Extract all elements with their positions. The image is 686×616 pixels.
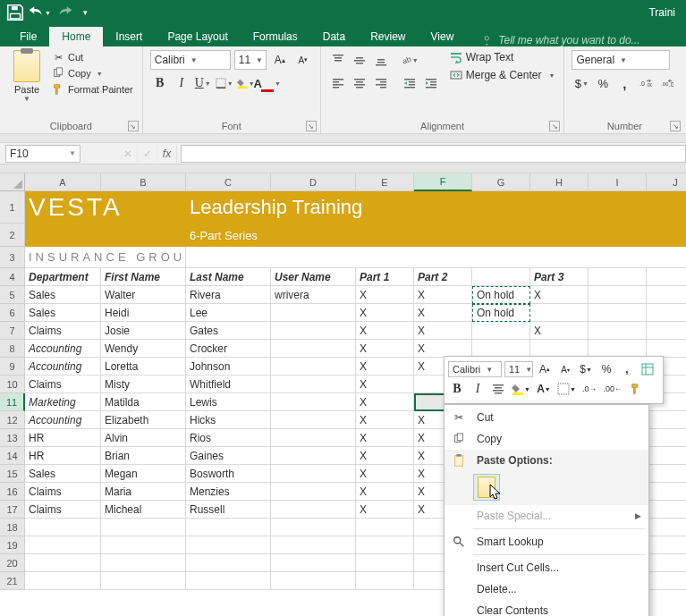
align-center-icon[interactable] <box>350 73 369 93</box>
cell[interactable] <box>530 304 589 322</box>
cell[interactable]: Maria <box>101 483 186 501</box>
row-header[interactable]: 19 <box>0 536 25 554</box>
cell[interactable] <box>271 340 356 358</box>
col-header[interactable]: D <box>271 173 356 191</box>
col-header[interactable]: G <box>472 173 530 191</box>
cell[interactable] <box>647 554 686 572</box>
cell[interactable] <box>356 536 414 554</box>
align-middle-icon[interactable] <box>350 50 369 70</box>
tab-page-layout[interactable]: Page Layout <box>155 27 240 46</box>
cell[interactable] <box>186 572 271 590</box>
merge-center-button[interactable]: Merge & Center ▼ <box>448 68 557 82</box>
cell[interactable]: Rivera <box>186 286 271 304</box>
cell[interactable] <box>589 304 647 322</box>
cell[interactable]: X <box>356 358 414 376</box>
cm-paste-special[interactable]: Paste Special... ▶ <box>445 505 648 527</box>
cell[interactable]: X <box>356 465 414 483</box>
cell[interactable]: HR <box>25 429 101 447</box>
cell[interactable]: X <box>356 483 414 501</box>
cell[interactable] <box>647 286 686 304</box>
col-header[interactable]: I <box>589 173 647 191</box>
qat-customize-icon[interactable]: ▾ <box>76 3 96 22</box>
enter-formula-icon[interactable]: ✓ <box>138 145 157 163</box>
cell[interactable]: Sales <box>25 304 101 322</box>
cell[interactable] <box>101 519 186 536</box>
save-icon[interactable] <box>5 3 25 22</box>
col-header[interactable]: B <box>101 173 186 191</box>
decrease-decimal-icon[interactable]: .00.0 <box>657 73 677 93</box>
cell[interactable] <box>647 429 686 447</box>
mini-dec-decimal-icon[interactable]: .00← <box>601 380 624 398</box>
cell[interactable]: X <box>356 429 414 447</box>
cell[interactable] <box>647 519 686 536</box>
col-header[interactable]: A <box>25 173 101 191</box>
mini-format-painter-icon[interactable] <box>627 380 645 398</box>
cell[interactable]: X <box>356 501 414 519</box>
cell[interactable] <box>271 554 356 572</box>
cell[interactable]: Russell <box>186 501 271 519</box>
row-header[interactable]: 17 <box>0 501 25 519</box>
cell[interactable] <box>356 554 414 572</box>
cell[interactable] <box>271 304 356 322</box>
cell[interactable]: 6-Part Series <box>186 224 686 247</box>
mini-size-combo[interactable]: 11▼ <box>504 361 533 377</box>
cell[interactable]: Josie <box>101 322 186 340</box>
cell[interactable] <box>472 268 530 286</box>
cell[interactable]: X <box>414 304 472 322</box>
dialog-launcher-icon[interactable]: ↘ <box>670 121 681 131</box>
cell[interactable] <box>271 411 356 429</box>
formula-input[interactable] <box>181 145 686 163</box>
row-header[interactable]: 5 <box>0 286 25 304</box>
cell[interactable] <box>589 286 647 304</box>
cell[interactable]: Part 1 <box>356 268 414 286</box>
cell[interactable] <box>530 340 589 358</box>
cut-button[interactable]: ✂ Cut <box>50 50 135 64</box>
cell[interactable]: X <box>356 286 414 304</box>
increase-indent-icon[interactable] <box>421 73 441 93</box>
mini-font-color-icon[interactable]: A▼ <box>535 380 553 398</box>
tab-review[interactable]: Review <box>358 27 418 46</box>
cell[interactable]: Accounting <box>25 411 101 429</box>
cell[interactable] <box>271 519 356 536</box>
cell[interactable]: X <box>414 340 472 358</box>
font-color-button[interactable]: A▼ <box>258 73 277 93</box>
cell[interactable]: X <box>414 286 472 304</box>
cell[interactable] <box>25 572 101 590</box>
cell[interactable] <box>186 519 271 536</box>
cell[interactable] <box>589 322 647 340</box>
cell[interactable] <box>647 465 686 483</box>
row-header[interactable]: 12 <box>0 411 25 429</box>
cell[interactable] <box>356 519 414 536</box>
cell[interactable]: X <box>356 393 414 411</box>
cell[interactable]: Rios <box>186 429 271 447</box>
cell[interactable] <box>271 322 356 340</box>
undo-icon[interactable] <box>27 3 47 22</box>
cell[interactable]: X <box>530 286 589 304</box>
cell[interactable]: On hold <box>472 304 530 322</box>
cell[interactable]: Marketing <box>25 393 101 411</box>
cell[interactable] <box>271 429 356 447</box>
cancel-formula-icon[interactable]: ✕ <box>118 145 138 163</box>
orientation-button[interactable]: ab▼ <box>400 50 419 70</box>
cell[interactable]: Crocker <box>186 340 271 358</box>
cell[interactable]: X <box>356 411 414 429</box>
accounting-format-button[interactable]: $▼ <box>572 73 591 93</box>
name-box[interactable]: F10 ▼ <box>5 145 80 163</box>
wrap-text-button[interactable]: Wrap Text <box>448 50 557 64</box>
cell[interactable]: Part 2 <box>414 268 472 286</box>
tab-view[interactable]: View <box>419 27 467 46</box>
cell[interactable] <box>271 572 356 590</box>
cell[interactable]: Claims <box>25 501 101 519</box>
mini-shrink-font-icon[interactable]: A▾ <box>556 360 574 378</box>
cm-cut[interactable]: ✂ Cut <box>445 407 648 428</box>
cell[interactable] <box>271 447 356 465</box>
cell[interactable]: Johnson <box>186 358 271 376</box>
mini-font-combo[interactable]: Calibri▼ <box>448 361 502 377</box>
cell[interactable] <box>271 376 356 393</box>
cell[interactable]: Hicks <box>186 411 271 429</box>
cell[interactable]: Menzies <box>186 483 271 501</box>
row-header[interactable]: 2 <box>0 224 25 247</box>
cell[interactable]: Leadership Training <box>186 191 686 224</box>
cell[interactable]: Misty <box>101 376 186 393</box>
font-size-combo[interactable]: 11▼ <box>234 50 267 70</box>
